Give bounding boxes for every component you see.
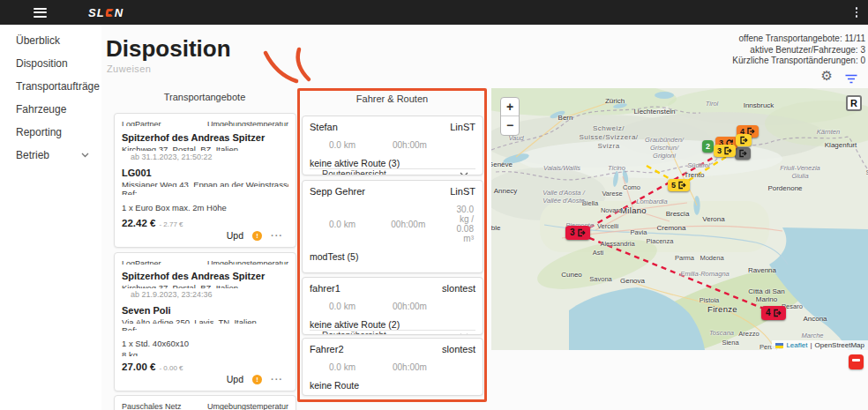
- more-menu-icon[interactable]: ···: [271, 374, 283, 384]
- dropoff-name: LG001: [122, 168, 288, 178]
- chevron-down-icon: [460, 172, 468, 176]
- transport-temp-label: Umgebungstemperatur: [207, 120, 288, 126]
- logout-icon: [739, 136, 748, 145]
- map-marker[interactable]: 5: [668, 179, 690, 191]
- transport-card[interactable]: LogPartner Umgebungstemperatur Spitzerho…: [114, 113, 296, 248]
- driver-org: slontest: [442, 283, 475, 294]
- driver-org: LinST: [450, 122, 475, 132]
- upd-label: Upd: [227, 374, 243, 384]
- route-overview-dropdown[interactable]: Routenübersicht: [310, 330, 475, 335]
- map-marker[interactable]: 4: [761, 306, 786, 320]
- dropoff-name: Seven Poli: [122, 305, 288, 316]
- sidebar-item-ueberblick[interactable]: Überblick: [0, 29, 101, 52]
- driver-card-fahrer1[interactable]: fahrer1slontest 0.0 km00h:00m keine akti…: [302, 277, 483, 335]
- logout-icon: [677, 181, 686, 190]
- dropoff-address: Missianer Weg 43, Eppan an der Weinstras…: [122, 180, 288, 186]
- top-app-bar: SLN: [0, 0, 868, 25]
- hand-drawn-emphasis-arrow: [261, 46, 316, 88]
- kebab-menu-icon[interactable]: [856, 7, 858, 18]
- assign-button[interactable]: Zuweisen: [107, 63, 151, 74]
- pickup-name: Spitzerhof des Andreas Spitzer: [122, 271, 288, 281]
- marker-count: 4: [766, 309, 771, 317]
- sidebar-item-betrieb[interactable]: Betrieb: [0, 144, 101, 167]
- driver-time: 00h:00m: [393, 362, 460, 372]
- zoom-out-button[interactable]: −: [501, 116, 519, 135]
- transport-temp-label: Umgebungstemperatur: [207, 259, 288, 265]
- marker-count: 3: [570, 228, 575, 237]
- price: 27.00 €- 0.00 €: [122, 362, 288, 372]
- driver-time: 00h:00m: [391, 220, 456, 229]
- pickup-name: Spitzerhof des Andreas Spitzer: [122, 132, 288, 143]
- map-marker[interactable]: [736, 134, 752, 146]
- zoom-in-button[interactable]: +: [501, 98, 519, 116]
- hamburger-menu-icon[interactable]: [34, 8, 47, 18]
- map-reset-button[interactable]: R: [846, 95, 862, 111]
- transport-card-partial[interactable]: Pauschales Netz Umgebungstemperatur: [114, 395, 296, 410]
- price-extra: - 2.77 €: [159, 220, 183, 228]
- driver-name: Stefan: [310, 122, 338, 132]
- more-menu-icon[interactable]: ···: [271, 230, 283, 241]
- upd-label: Upd: [227, 230, 243, 241]
- dropoff-address: Via Alto Adige 250, Lavis, TN, Italien: [122, 317, 288, 324]
- logout-icon: [738, 149, 747, 158]
- settings-gear-icon[interactable]: ⚙: [821, 69, 833, 82]
- transport-temp-label: Umgebungstemperatur: [207, 402, 288, 410]
- pickup-time: ab 21.9.2023, 23:24:36: [131, 290, 288, 299]
- map-marker[interactable]: 3: [565, 226, 590, 240]
- pickup-address: Kirchweg 37, Postal, BZ, Italien: [122, 283, 288, 289]
- logo-o-icon: [105, 9, 114, 17]
- transport-partner: LogPartner: [122, 120, 161, 126]
- map-marker[interactable]: [735, 147, 751, 160]
- route-status: keine Route: [310, 380, 475, 391]
- logout-icon: [723, 146, 732, 155]
- map-marker[interactable]: 2: [702, 140, 714, 153]
- stat-active-users: aktive Benutzer/Fahrzeuge: 3: [732, 45, 865, 56]
- update-warning-badge-icon: !: [252, 231, 262, 241]
- unassigned-transport-warning: ACHTUNG!Mindestens ein Transport dieses …: [310, 271, 475, 273]
- driver-card-fahrer2[interactable]: Fahrer2slontest 0.0 km00h:00m keine Rout…: [302, 338, 483, 396]
- map-marker[interactable]: 3: [714, 145, 736, 157]
- marker-count: 5: [671, 181, 676, 190]
- driver-org: LinST: [450, 186, 475, 197]
- driver-card-stefan[interactable]: StefanLinST 0.0 km00h:00m keine aktive R…: [302, 116, 483, 175]
- cargo-weight: 8 kg: [122, 350, 288, 356]
- driver-km: 0.0 km: [329, 140, 393, 150]
- drivers-column-title: Fahrer & Routen: [300, 93, 484, 104]
- logo-text-post: N: [115, 6, 123, 19]
- openstreetmap-link[interactable]: OpenStreetMap: [815, 341, 864, 349]
- chat-bar-icon: [852, 359, 860, 362]
- reference-label: Ref:: [122, 189, 288, 195]
- driver-card-sepp-gehrer[interactable]: Sepp GehrerLinST 0.0 km00h:00m30.0 kg / …: [302, 180, 483, 273]
- pickup-address: Kirchweg 37, Postal, BZ, Italien: [122, 145, 288, 151]
- map-zoom-control: + −: [500, 97, 520, 136]
- driver-km: 0.0 km: [329, 362, 393, 372]
- route-status: keine aktive Route (2): [310, 319, 475, 330]
- leaflet-map[interactable]: ZürichBernLiechtensteinSchweiz/Suisse/Sv…: [491, 88, 868, 350]
- route-overview-dropdown[interactable]: Routenübersicht: [310, 168, 475, 175]
- filter-icon[interactable]: [845, 71, 857, 87]
- route-status: keine aktive Route (3): [310, 158, 475, 168]
- transport-column-title: Transportangebote: [113, 92, 296, 102]
- sidebar-item-reporting[interactable]: Reporting: [0, 121, 101, 144]
- update-warning-badge-icon: !: [252, 375, 262, 384]
- driver-time: 00h:00m: [393, 302, 460, 311]
- marker-count: 3: [717, 146, 722, 155]
- sidebar-item-fahrzeuge[interactable]: Fahrzeuge: [0, 98, 101, 121]
- sidebar-item-disposition[interactable]: Disposition: [0, 52, 101, 75]
- sidebar-item-transportauftraege[interactable]: Transportaufträge: [0, 75, 101, 98]
- feedback-chat-button[interactable]: [849, 354, 864, 369]
- driver-name: fahrer1: [310, 283, 340, 294]
- route-name: modTest (5): [310, 251, 475, 262]
- map-attribution: Leaflet | OpenStreetMap: [772, 340, 868, 350]
- app-logo: SLN: [88, 6, 123, 19]
- driver-time: 00h:00m: [393, 140, 460, 150]
- stat-recent-changes: Kürzliche Transportänderungen: 0: [732, 56, 865, 67]
- driver-load: 30.0 kg / 0.08 m³: [457, 205, 475, 243]
- driver-km: 0.0 km: [329, 302, 393, 311]
- logout-icon: [577, 228, 586, 237]
- leaflet-link[interactable]: Leaflet: [786, 341, 807, 349]
- transport-card[interactable]: LogPartner Umgebungstemperatur Spitzerho…: [114, 252, 296, 391]
- pickup-time: ab 31.1.2023, 21:50:22: [131, 153, 288, 161]
- stat-open-offers: offene Transportangebote: 11/11: [732, 34, 865, 45]
- price: 22.42 €- 2.77 €: [122, 218, 288, 228]
